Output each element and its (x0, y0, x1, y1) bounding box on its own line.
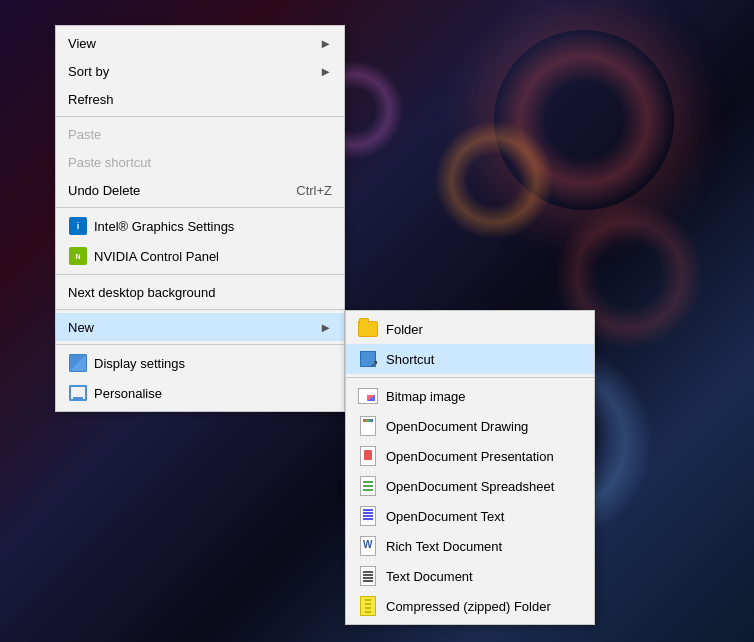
menu-item-next-bg[interactable]: Next desktop background (56, 278, 344, 306)
personalise-icon (68, 383, 88, 403)
display-settings-icon (68, 353, 88, 373)
submenu-arrow-icon: ► (319, 36, 332, 51)
new-submenu: Folder Shortcut Bitmap image OpenDoc (345, 310, 595, 625)
zip-icon (358, 596, 378, 616)
submenu-item-shortcut[interactable]: Shortcut (346, 344, 594, 374)
menu-separator (56, 116, 344, 117)
menu-item-display-settings[interactable]: Display settings (56, 348, 344, 378)
menu-item-nvidia[interactable]: N NVIDIA Control Panel (56, 241, 344, 271)
menu-item-sort-by[interactable]: Sort by ► (56, 57, 344, 85)
submenu-item-bitmap[interactable]: Bitmap image (346, 381, 594, 411)
menu-separator (56, 344, 344, 345)
bitmap-icon (358, 386, 378, 406)
menu-separator (56, 309, 344, 310)
menu-item-refresh[interactable]: Refresh (56, 85, 344, 113)
submenu-arrow-icon: ► (319, 320, 332, 335)
submenu-separator (346, 377, 594, 378)
od-text-icon (358, 506, 378, 526)
submenu-item-od-drawing[interactable]: OpenDocument Drawing (346, 411, 594, 441)
od-presentation-icon (358, 446, 378, 466)
submenu-item-rich-text[interactable]: Rich Text Document (346, 531, 594, 561)
submenu-item-od-presentation[interactable]: OpenDocument Presentation (346, 441, 594, 471)
submenu-item-folder[interactable]: Folder (346, 314, 594, 344)
menu-item-undo-delete[interactable]: Undo Delete Ctrl+Z (56, 176, 344, 204)
menu-separator (56, 207, 344, 208)
submenu-item-zip-folder[interactable]: Compressed (zipped) Folder (346, 591, 594, 621)
folder-icon (358, 319, 378, 339)
intel-icon: i (68, 216, 88, 236)
menu-item-personalise[interactable]: Personalise (56, 378, 344, 408)
rtf-icon (358, 536, 378, 556)
menu-item-view[interactable]: View ► (56, 29, 344, 57)
firework-decoration (434, 120, 554, 240)
menu-item-paste: Paste (56, 120, 344, 148)
submenu-item-od-text[interactable]: OpenDocument Text (346, 501, 594, 531)
menu-item-new[interactable]: New ► (56, 313, 344, 341)
od-drawing-icon (358, 416, 378, 436)
menu-separator (56, 274, 344, 275)
context-menu: View ► Sort by ► Refresh Paste Paste sho… (55, 25, 345, 412)
txt-icon (358, 566, 378, 586)
menu-item-new-wrapper: New ► Folder Shortcut (56, 313, 344, 341)
submenu-item-text-doc[interactable]: Text Document (346, 561, 594, 591)
menu-item-paste-shortcut: Paste shortcut (56, 148, 344, 176)
menu-item-intel-graphics[interactable]: i Intel® Graphics Settings (56, 211, 344, 241)
nvidia-icon: N (68, 246, 88, 266)
shortcut-icon (358, 349, 378, 369)
submenu-arrow-icon: ► (319, 64, 332, 79)
submenu-item-od-spreadsheet[interactable]: OpenDocument Spreadsheet (346, 471, 594, 501)
od-spreadsheet-icon (358, 476, 378, 496)
